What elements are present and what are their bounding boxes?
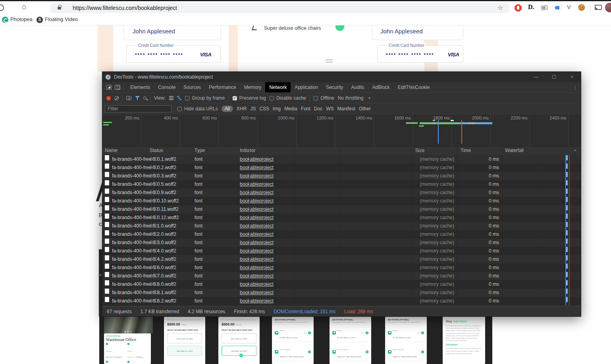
devtools-tab[interactable]: Audits xyxy=(347,82,368,92)
request-name[interactable]: fa-brands-400-free-5.7.0.woff2 xyxy=(112,272,176,280)
home-icon[interactable]: ⌂ xyxy=(22,2,26,11)
column-initiator[interactable]: Initiator xyxy=(240,148,255,153)
network-filter-input[interactable] xyxy=(105,105,172,112)
request-name[interactable]: fa-brands-400-free-5.0.11.woff2 xyxy=(112,205,179,214)
search-icon[interactable] xyxy=(143,96,146,100)
minimize-button[interactable]: — xyxy=(527,72,545,82)
drag-handle-icon[interactable] xyxy=(326,62,333,63)
waterfall-bar[interactable] xyxy=(566,172,568,177)
lock-icon[interactable] xyxy=(58,7,61,10)
request-initiator-link[interactable]: bookableproject xyxy=(240,172,274,180)
bookmark-floating-video[interactable]: Floating Video xyxy=(45,16,78,22)
extras-card[interactable]: ADD EXTRAS (OPTIONAL) These add-ons can … xyxy=(272,317,314,364)
request-type-filter[interactable]: JS xyxy=(250,106,256,112)
throttling-select[interactable]: No throttling xyxy=(338,95,364,101)
request-name[interactable]: fa-brands-400-free-5.8.0.woff2 xyxy=(112,280,176,289)
network-request-row[interactable]: fa-brands-400-free-5.0.5.woff2 200 font … xyxy=(102,180,581,189)
offline-label[interactable]: Offline xyxy=(320,95,334,101)
devtools-tab[interactable]: Elements xyxy=(126,82,154,92)
waterfall-bar[interactable] xyxy=(566,239,568,244)
waterfall-bar[interactable] xyxy=(566,264,568,269)
chevron-down-icon[interactable]: ▼ xyxy=(368,96,371,100)
bookmark-star-icon[interactable]: ☆ xyxy=(497,4,503,12)
network-request-row[interactable]: fa-brands-400-free-5.6.0.woff2 200 font … xyxy=(102,264,581,272)
network-request-row[interactable]: fa-brands-400-free-5.0.3.woff2 200 font … xyxy=(102,172,581,180)
start-date-option[interactable]: Start May 1st, 2019✓ xyxy=(167,346,202,356)
request-name[interactable]: fa-brands-400-free-5.6.0.woff2 xyxy=(112,264,176,272)
waterfall-bar[interactable] xyxy=(566,272,568,277)
start-date-option[interactable]: Start April 1st, 2019 xyxy=(222,333,256,343)
cardholder-name-field[interactable]: John Appleseed xyxy=(372,25,463,40)
request-name[interactable]: fa-brands-400-free-5.1.0.woff2 xyxy=(112,222,176,230)
waterfall-bar[interactable] xyxy=(566,289,568,294)
start-date-option[interactable]: Start May 1st, 2019✓ xyxy=(222,346,256,356)
request-type-filter[interactable]: Media xyxy=(284,106,297,112)
preserve-log-label[interactable]: Preserve log xyxy=(239,95,266,101)
request-initiator-link[interactable]: bookableproject xyxy=(240,189,274,197)
request-initiator-link[interactable]: bookableproject xyxy=(240,264,274,272)
network-request-row[interactable]: fa-brands-400-free-5.0.10.woff2 200 font… xyxy=(102,197,581,205)
devtools-tab[interactable]: Network xyxy=(265,82,291,92)
waterfall-bar[interactable] xyxy=(566,297,568,302)
overview-icon[interactable] xyxy=(177,96,179,97)
plus-button[interactable]: + xyxy=(421,331,424,334)
plus-button[interactable]: + xyxy=(308,351,311,353)
request-initiator-link[interactable]: bookableproject xyxy=(240,197,274,205)
plus-button[interactable]: + xyxy=(308,331,311,334)
waterfall-bar[interactable] xyxy=(566,222,568,227)
request-initiator-link[interactable]: bookableproject xyxy=(240,272,274,280)
network-request-row[interactable]: fa-brands-400-free-5.0.9.woff2 200 font … xyxy=(102,189,581,197)
maximize-button[interactable]: ☐ xyxy=(545,72,563,82)
waterfall-bar[interactable] xyxy=(566,247,568,252)
request-name[interactable]: fa-brands-400-free-5.0.1.woff2 xyxy=(112,155,176,164)
devtools-tab[interactable]: Security xyxy=(322,82,347,92)
request-initiator-link[interactable]: bookableproject xyxy=(240,247,274,255)
devtools-tab[interactable]: AdBlock xyxy=(368,82,394,92)
request-initiator-link[interactable]: bookableproject xyxy=(240,205,274,214)
request-initiator-link[interactable]: bookableproject xyxy=(240,230,274,239)
request-name[interactable]: fa-brands-400-free-5.0.5.woff2 xyxy=(112,180,176,189)
close-button[interactable]: × xyxy=(563,72,581,82)
request-initiator-link[interactable]: bookableproject xyxy=(240,255,274,264)
dark-reader-extension-icon[interactable]: D. xyxy=(528,4,534,11)
screenshot-capture-icon[interactable] xyxy=(126,96,131,100)
offline-checkbox[interactable] xyxy=(314,96,318,100)
request-name[interactable]: fa-brands-400-free-5.0.9.woff2 xyxy=(112,189,176,197)
column-status[interactable]: Status xyxy=(150,148,163,153)
start-date-option[interactable]: Start April 1st, 2019 xyxy=(167,333,202,343)
waterfall-bar[interactable] xyxy=(566,180,568,185)
network-request-row[interactable]: fa-brands-400-free-5.0.1.woff2 200 font … xyxy=(102,155,581,164)
waterfall-bar[interactable] xyxy=(566,189,568,194)
column-type[interactable]: Type xyxy=(195,148,205,153)
waterfall-bar[interactable] xyxy=(566,164,568,169)
request-initiator-link[interactable]: bookableproject xyxy=(240,180,274,189)
reload-icon[interactable] xyxy=(0,4,4,11)
address-bar[interactable]: https://www.filtelescu.com/bookableproje… xyxy=(50,3,510,13)
profile-avatar[interactable] xyxy=(605,3,611,12)
network-request-row[interactable]: fa-brands-400-free-5.0.11.woff2 200 font… xyxy=(102,205,581,214)
devtools-tab[interactable]: EditThisCookie xyxy=(394,82,434,92)
waterfall-bar[interactable] xyxy=(566,155,568,160)
devtools-tab[interactable]: Memory xyxy=(240,82,265,92)
device-toolbar-icon[interactable] xyxy=(115,85,120,90)
network-request-row[interactable]: fa-brands-400-free-5.2.0.woff2 200 font … xyxy=(102,230,581,239)
devtools-titlebar[interactable]: DevTools - www.filtelescu.com/bookablepr… xyxy=(102,72,581,82)
request-initiator-link[interactable]: bookableproject xyxy=(240,280,274,289)
request-type-filter[interactable]: XHR xyxy=(237,106,247,112)
clear-button[interactable] xyxy=(114,96,119,100)
network-request-row[interactable]: fa-brands-400-free-5.8.2.woff2 200 font … xyxy=(102,297,581,305)
waterfall-bar[interactable] xyxy=(566,214,568,219)
office-rental-card[interactable]: OFFICE RENTAL Warehouse Office Capacity … xyxy=(104,333,151,364)
record-button[interactable] xyxy=(106,96,111,100)
network-request-row[interactable]: fa-brands-400-free-5.0.12.woff2 200 font… xyxy=(102,214,581,222)
hide-data-urls-checkbox[interactable] xyxy=(177,107,182,111)
request-type-filter[interactable]: All xyxy=(222,106,233,112)
list-view-icon[interactable] xyxy=(169,96,173,100)
request-name[interactable]: fa-brands-400-free-5.0.10.woff2 xyxy=(112,197,179,205)
request-initiator-link[interactable]: bookableproject xyxy=(240,222,274,230)
hide-data-urls-label[interactable]: Hide data URLs xyxy=(184,106,218,112)
waterfall-bar[interactable] xyxy=(566,197,568,202)
devtools-tab[interactable]: Performance xyxy=(205,82,240,92)
request-name[interactable]: fa-brands-400-free-5.0.2.woff2 xyxy=(112,164,176,172)
group-by-frame-checkbox[interactable] xyxy=(185,96,189,100)
